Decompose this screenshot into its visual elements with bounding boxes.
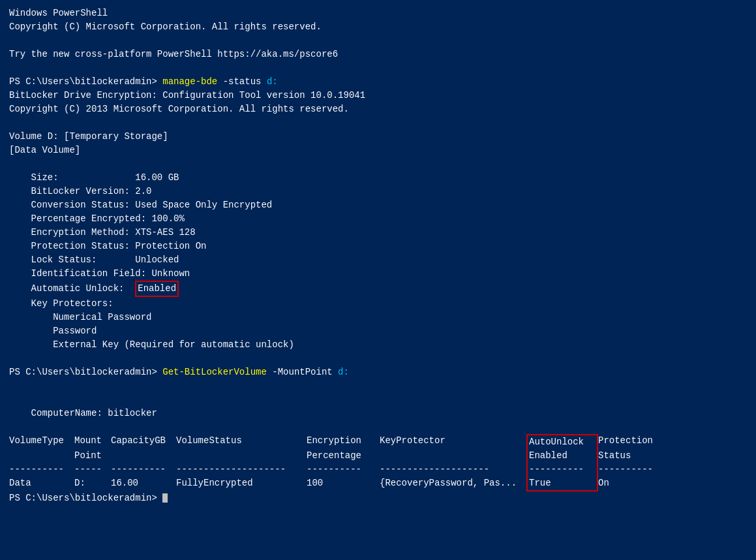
col-autounlock-h1: AutoUnlock (526, 434, 598, 449)
dash-encryption: ---------- (307, 463, 380, 476)
prompt2-cmd-white: -MountPoint (267, 367, 338, 377)
col-capacity-h2 (111, 449, 176, 463)
col-encryption-h1: Encryption (307, 434, 380, 449)
col-protection-h1: Protection (598, 434, 663, 449)
id-row: Identification Field: Unknown (9, 268, 190, 279)
key-protectors-label: Key Protectors: (9, 298, 113, 309)
terminal-output: Windows PowerShell Copyright (C) Microso… (9, 7, 747, 434)
cursor-blink (162, 493, 168, 503)
col-protection-h2: Status (598, 449, 663, 463)
dash-mount: ----- (74, 463, 111, 476)
data-vstatus: FullyEncrypted (176, 476, 307, 491)
col-mount-h2: Point (74, 449, 111, 463)
conv-row: Conversion Status: Used Space Only Encry… (9, 200, 272, 210)
kp1: Numerical Password (9, 312, 151, 322)
col-status-h2 (176, 449, 307, 463)
data-capacity: 16.00 (111, 476, 176, 491)
col-capacity-h1: CapacityGB (111, 434, 176, 449)
bitlocker-line1: BitLocker Drive Encryption: Configuratio… (9, 90, 365, 101)
col-keyprotector-h1: KeyProtector (380, 434, 526, 449)
data-epct: 100 (307, 476, 380, 491)
table-header-row2: Point Percentage Enabled Status (9, 449, 747, 463)
data-volumetype: Data (9, 476, 74, 491)
col-mount-h1: Mount (74, 434, 111, 449)
table-header-row1: VolumeType Mount CapacityGB VolumeStatus… (9, 434, 747, 449)
data-volume: [Data Volume] (9, 145, 80, 155)
data-mount: D: (74, 476, 111, 491)
pct-row: Percentage Encrypted: 100.0% (9, 213, 185, 224)
kp2: Password (9, 326, 97, 336)
prompt1-cmd-yellow: manage-bde (162, 76, 217, 87)
data-keyprotector: {RecoveryPassword, Pas... (380, 476, 526, 491)
header-line2: Copyright (C) Microsoft Corporation. All… (9, 22, 322, 32)
prompt3-prefix: PS C:\Users\bitlockeradmin> (9, 493, 162, 503)
dash-volumetype: ---------- (9, 463, 74, 476)
kp3: External Key (Required for automatic unl… (9, 339, 294, 350)
dash-autounlock: ---------- (526, 463, 598, 476)
enc-row: Encryption Method: XTS-AES 128 (9, 227, 196, 238)
col-encryption-h2: Percentage (307, 449, 380, 463)
col-status-h1: VolumeStatus (176, 434, 307, 449)
prompt1-cyan: d: (267, 76, 278, 87)
prompt2-cyan: d: (338, 367, 349, 377)
prot-status-row: Protection Status: Protection On (9, 241, 206, 251)
dash-keyprotector: -------------------- (380, 463, 526, 476)
computer-name: ComputerName: bitlocker (9, 408, 157, 418)
volume-d: Volume D: [Temporary Storage] (9, 131, 168, 142)
table-data-row: Data D: 16.00 FullyEncrypted 100 {Recove… (9, 476, 747, 491)
col-autounlock-h2: Enabled (526, 449, 598, 463)
lock-row: Lock Status: Unlocked (9, 255, 179, 265)
prompt1-cmd-white: -status (217, 76, 267, 87)
terminal-footer: PS C:\Users\bitlockeradmin> (9, 491, 747, 505)
table-section: VolumeType Mount CapacityGB VolumeStatus… (9, 434, 747, 491)
size-row: Size: 16.00 GB (9, 172, 179, 183)
blver-row: BitLocker Version: 2.0 (9, 186, 151, 196)
dash-status: -------------------- (176, 463, 307, 476)
table-dashes-row: ---------- ----- ---------- ------------… (9, 463, 747, 476)
autounlock-row: Automatic Unlock: Enabled (9, 283, 179, 294)
col-volumetype-h1: VolumeType (9, 434, 74, 449)
data-autounlock-val: True (526, 476, 598, 491)
col-volumetype-h2 (9, 449, 74, 463)
prompt2-prefix: PS C:\Users\bitlockeradmin> (9, 367, 162, 377)
bitlocker-line2: Copyright (C) 2013 Microsoft Corporation… (9, 104, 349, 114)
data-protection-val: On (598, 476, 663, 491)
prompt2-cmd-yellow: Get-BitLockerVolume (162, 367, 267, 377)
dash-protection: ---------- (598, 463, 663, 476)
header-line1: Windows PowerShell (9, 8, 108, 18)
prompt1-prefix: PS C:\Users\bitlockeradmin> (9, 76, 162, 87)
col-keyprotector-h2 (380, 449, 526, 463)
dash-capacity: ---------- (111, 463, 176, 476)
new-version-line: Try the new cross-platform PowerShell ht… (9, 49, 338, 59)
